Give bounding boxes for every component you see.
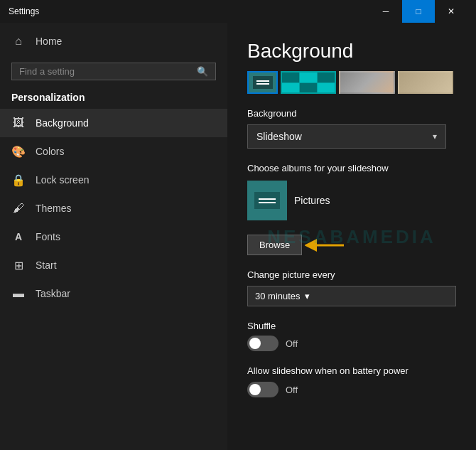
app-body: ⌂ Home 🔍 Personalization 🖼 Background 🎨 … [0, 23, 476, 450]
album-line-2 [259, 202, 276, 203]
preview-row [247, 71, 456, 94]
preview-tile [300, 73, 317, 82]
background-dropdown[interactable]: Slideshow ▾ [247, 124, 446, 149]
background-setting-group: Background Slideshow ▾ [247, 108, 456, 149]
change-picture-label: Change picture every [247, 269, 456, 280]
window-controls: ─ □ ✕ [369, 0, 467, 23]
preview-tile [282, 83, 299, 93]
home-icon: ⌂ [11, 34, 26, 48]
battery-slideshow-label: Allow slideshow when on battery power [247, 365, 456, 376]
sidebar-item-taskbar-label: Taskbar [36, 288, 70, 299]
shuffle-toggle[interactable] [247, 336, 278, 351]
maximize-button[interactable]: □ [402, 0, 435, 23]
browse-btn-wrap: Browse [247, 235, 302, 255]
sidebar-item-lock-screen[interactable]: 🔒 Lock screen [0, 166, 227, 194]
battery-toggle-row: Off [247, 382, 456, 397]
sidebar-item-colors-label: Colors [36, 146, 64, 157]
sidebar-item-colors[interactable]: 🎨 Colors [0, 137, 227, 166]
sidebar-item-start[interactable]: ⊞ Start [0, 251, 227, 279]
sidebar-item-lock-label: Lock screen [36, 174, 89, 186]
change-picture-group: Change picture every 30 minutes ▾ [247, 269, 456, 306]
change-picture-dropdown[interactable]: 30 minutes ▾ [247, 286, 456, 306]
arrow-icon [305, 237, 347, 254]
close-button[interactable]: ✕ [435, 0, 467, 23]
sidebar-item-taskbar[interactable]: ▬ Taskbar [0, 279, 227, 308]
preview-tile [300, 83, 317, 93]
fonts-icon: A [11, 230, 26, 244]
sidebar-item-background-label: Background [36, 117, 89, 129]
search-icon: 🔍 [197, 66, 208, 77]
preview-thumb-1[interactable] [247, 71, 278, 94]
shuffle-toggle-row: Off [247, 336, 456, 351]
content-area: NESABAMEDIA Background [227, 23, 476, 450]
album-item[interactable]: Pictures [247, 181, 456, 220]
album-lines [259, 198, 276, 203]
preview-line-1 [256, 80, 269, 82]
change-picture-arrow-icon: ▾ [305, 291, 310, 301]
preview-tile [318, 83, 335, 93]
sidebar-item-home-label: Home [36, 36, 62, 47]
themes-icon: 🖌 [11, 201, 26, 215]
sidebar: ⌂ Home 🔍 Personalization 🖼 Background 🎨 … [0, 23, 227, 450]
background-dropdown-value: Slideshow [256, 131, 302, 142]
preview-line-2 [256, 83, 269, 85]
preview-thumb-4[interactable] [398, 71, 453, 94]
sidebar-item-home[interactable]: ⌂ Home [0, 23, 227, 54]
sidebar-item-background[interactable]: 🖼 Background [0, 109, 227, 137]
search-input[interactable] [19, 66, 197, 77]
start-icon: ⊞ [11, 258, 26, 272]
sidebar-item-start-label: Start [36, 259, 57, 271]
toggle-knob [249, 338, 261, 349]
section-title: Personalization [0, 89, 227, 109]
page-title: Background [247, 40, 456, 63]
dropdown-arrow-icon: ▾ [433, 132, 437, 141]
sidebar-item-themes-label: Themes [36, 203, 72, 214]
change-picture-value: 30 minutes [255, 291, 301, 301]
album-icon-inner [254, 192, 280, 209]
sidebar-item-fonts-label: Fonts [36, 231, 60, 242]
background-setting-label: Background [247, 108, 456, 119]
search-box[interactable]: 🔍 [11, 63, 216, 80]
shuffle-group: Shuffle Off [247, 321, 456, 351]
battery-toggle-state: Off [286, 385, 298, 395]
battery-toggle[interactable] [247, 382, 278, 397]
preview-tile [282, 73, 299, 82]
album-name: Pictures [294, 195, 330, 206]
album-icon [247, 181, 287, 220]
browse-button[interactable]: Browse [247, 235, 302, 255]
battery-toggle-knob [249, 384, 261, 395]
choose-albums-label: Choose albums for your slideshow [247, 163, 456, 173]
battery-slideshow-group: Allow slideshow when on battery power Of… [247, 365, 456, 397]
shuffle-label: Shuffle [247, 321, 456, 331]
preview-thumb-2[interactable] [281, 71, 336, 94]
choose-albums-group: Choose albums for your slideshow Picture… [247, 163, 456, 220]
sidebar-item-fonts[interactable]: A Fonts [0, 223, 227, 251]
colors-icon: 🎨 [11, 144, 26, 159]
preview-thumb-1-inner [253, 76, 273, 89]
preview-thumb-3[interactable] [339, 71, 394, 94]
app-title: Settings [9, 6, 39, 16]
arrow-annotation [305, 237, 347, 254]
lock-icon: 🔒 [11, 173, 26, 187]
album-line-1 [259, 198, 276, 200]
sidebar-item-themes[interactable]: 🖌 Themes [0, 194, 227, 223]
taskbar-icon: ▬ [11, 286, 26, 301]
preview-tile [318, 73, 335, 82]
shuffle-state: Off [286, 338, 298, 349]
titlebar: Settings ─ □ ✕ [0, 0, 476, 23]
preview-lines [256, 80, 269, 85]
background-icon: 🖼 [11, 116, 26, 130]
minimize-button[interactable]: ─ [369, 0, 402, 23]
